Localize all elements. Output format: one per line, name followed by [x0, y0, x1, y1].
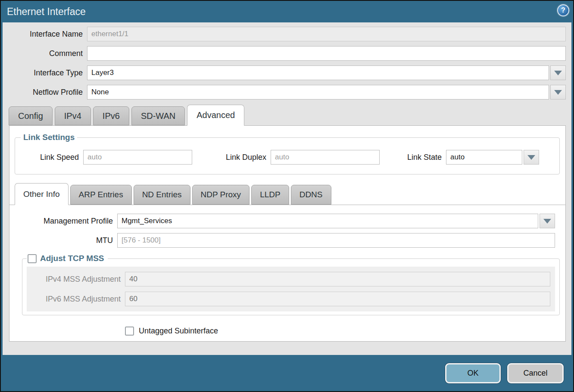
link-speed-label: Link Speed [15, 153, 79, 162]
ipv6-mss-row: IPv6 MSS Adjustment [27, 292, 555, 306]
comment-row: Comment [3, 46, 571, 61]
chevron-down-icon [554, 90, 562, 95]
advanced-tab-panel: Link Settings Link Speed Link Duplex Lin… [9, 125, 566, 342]
interface-name-label: Interface Name [3, 30, 87, 39]
tab-ipv6[interactable]: IPv6 [93, 106, 129, 125]
netflow-profile-dropdown-button[interactable] [550, 85, 566, 100]
tab-advanced[interactable]: Advanced [187, 105, 244, 126]
management-profile-row: Management Profile [9, 214, 565, 228]
dialog-footer: OK Cancel [1, 355, 573, 391]
mss-disabled-panel: IPv4 MSS Adjustment IPv6 MSS Adjustment [27, 267, 555, 311]
link-state-dropdown-button[interactable] [524, 150, 539, 165]
cancel-button[interactable]: Cancel [507, 363, 564, 383]
mtu-row: MTU [9, 233, 565, 248]
management-profile-dropdown-button[interactable] [540, 214, 555, 228]
adjust-tcp-mss-checkbox[interactable] [28, 254, 37, 263]
tab-ipv4[interactable]: IPv4 [55, 106, 91, 125]
adjust-tcp-mss-legend: Adjust TCP MSS [27, 254, 108, 263]
ethernet-interface-dialog: Ethernet Interface ? Interface Name Comm… [0, 0, 574, 392]
link-state-label: Link State [402, 153, 442, 162]
ipv6-mss-label: IPv6 MSS Adjustment [27, 295, 125, 304]
link-settings-legend: Link Settings [21, 133, 77, 142]
comment-label: Comment [3, 49, 87, 58]
subtab-other-info[interactable]: Other Info [15, 183, 69, 205]
chevron-down-icon [554, 71, 562, 75]
interface-name-input [87, 27, 566, 41]
ipv6-mss-input [125, 292, 550, 306]
interface-type-row: Interface Type [3, 65, 571, 80]
link-speed-input[interactable] [83, 150, 192, 165]
tab-config[interactable]: Config [9, 106, 53, 125]
chevron-down-icon [527, 155, 535, 160]
interface-type-select[interactable] [87, 65, 549, 80]
dialog-title: Ethernet Interface [7, 6, 86, 18]
help-icon[interactable]: ? [557, 4, 569, 16]
dialog-body: Interface Name Comment Interface Type [1, 22, 573, 355]
ipv4-mss-row: IPv4 MSS Adjustment [27, 272, 555, 286]
netflow-profile-label: Netflow Profile [3, 88, 87, 97]
untagged-subinterface-row: Untagged Subinterface [125, 327, 565, 336]
untagged-subinterface-checkbox[interactable] [125, 327, 134, 336]
chevron-down-icon [543, 219, 551, 224]
management-profile-select[interactable] [117, 214, 538, 228]
main-tabs: Config IPv4 IPv6 SD-WAN Advanced [9, 104, 571, 125]
subtab-ndp-proxy[interactable]: NDP Proxy [192, 185, 250, 205]
mtu-input[interactable] [117, 233, 555, 248]
adjust-tcp-mss-fieldset: Adjust TCP MSS IPv4 MSS Adjustment IPv6 … [22, 254, 560, 315]
subtab-lldp[interactable]: LLDP [251, 185, 289, 205]
subtab-arp-entries[interactable]: ARP Entries [70, 185, 132, 205]
dialog-titlebar: Ethernet Interface ? [1, 1, 573, 22]
netflow-profile-row: Netflow Profile [3, 85, 571, 100]
link-settings-fieldset: Link Settings Link Speed Link Duplex Lin… [15, 133, 560, 174]
interface-name-row: Interface Name [3, 27, 571, 41]
ipv4-mss-input [125, 272, 550, 286]
comment-input[interactable] [87, 46, 566, 61]
tab-sdwan[interactable]: SD-WAN [131, 106, 185, 125]
link-state-select[interactable] [446, 150, 522, 165]
interface-type-dropdown-button[interactable] [550, 65, 566, 80]
ok-button[interactable]: OK [445, 363, 501, 383]
subtab-nd-entries[interactable]: ND Entries [134, 185, 190, 205]
subtab-ddns[interactable]: DDNS [291, 185, 331, 205]
link-duplex-label: Link Duplex [205, 153, 266, 162]
advanced-subtabs: Other Info ARP Entries ND Entries NDP Pr… [9, 183, 565, 205]
netflow-profile-select[interactable] [87, 85, 549, 100]
link-duplex-input[interactable] [271, 150, 380, 165]
ipv4-mss-label: IPv4 MSS Adjustment [27, 275, 125, 284]
management-profile-label: Management Profile [9, 217, 117, 226]
interface-type-label: Interface Type [3, 68, 87, 78]
untagged-subinterface-label: Untagged Subinterface [139, 327, 218, 336]
mtu-label: MTU [9, 236, 117, 245]
adjust-tcp-mss-label: Adjust TCP MSS [40, 254, 104, 263]
